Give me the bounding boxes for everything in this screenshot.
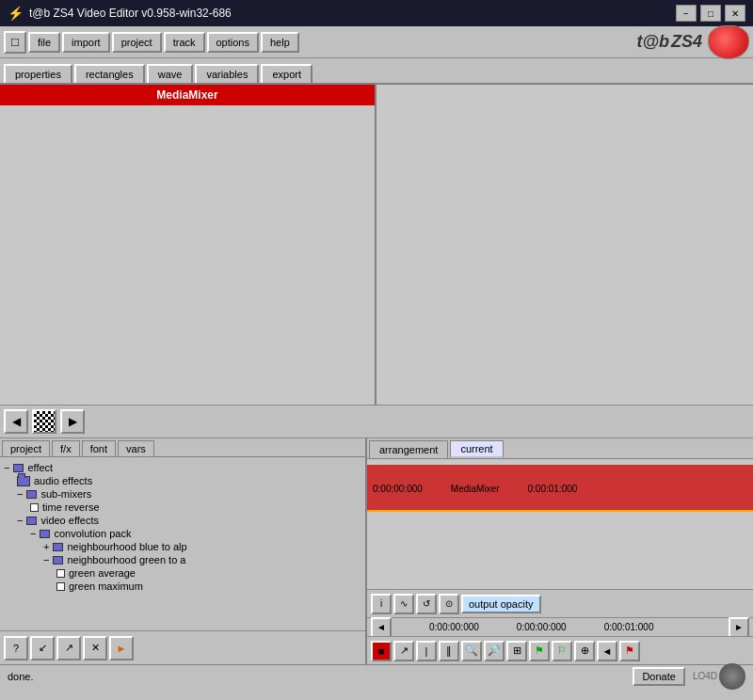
folder-icon: [53, 556, 63, 565]
logo-text: t@b: [636, 32, 669, 52]
status-bar: done. Donate LO4D: [0, 664, 753, 687]
folder-icon: [53, 543, 63, 551]
tree-label: convolution pack: [54, 528, 131, 539]
next-button[interactable]: ▶: [60, 409, 85, 434]
tree-item-audio-effects[interactable]: audio effects: [4, 474, 361, 487]
donate-button[interactable]: Donate: [633, 667, 684, 686]
tree-item-neighbourhood-blue[interactable]: + neighbourhood blue to alp: [4, 540, 361, 553]
media-mixer-bar: MediaMixer: [0, 85, 375, 105]
app-menu-icon: □: [11, 35, 19, 49]
tree-item-effect[interactable]: − effect: [4, 461, 361, 474]
arr-tool-flag-green[interactable]: ⚑: [529, 641, 550, 661]
tree-tab-project[interactable]: project: [2, 440, 50, 456]
info-button[interactable]: i: [371, 594, 392, 614]
menu-icon-button[interactable]: □: [4, 31, 26, 54]
arr-tool-plus[interactable]: ⊕: [574, 641, 595, 661]
logo-strawberry: [708, 25, 749, 59]
ruler-time-1: 0:00:00:000: [429, 622, 479, 632]
maximize-button[interactable]: □: [700, 5, 721, 22]
tree-tab-bar: project f/x font vars: [0, 438, 365, 457]
bottom-section: project f/x font vars − effect audio eff…: [0, 438, 753, 664]
output-opacity-button[interactable]: output opacity: [461, 595, 541, 613]
title-text: t@b ZS4 Video Editor v0.958-win32-686: [29, 7, 232, 20]
folder-icon: [40, 530, 50, 538]
arr-tab-arrangement[interactable]: arrangement: [369, 440, 448, 458]
close-button[interactable]: ✕: [725, 5, 745, 22]
tree-tab-font[interactable]: font: [82, 440, 116, 456]
menu-file[interactable]: file: [28, 32, 60, 53]
tree-item-video-effects[interactable]: − video effects: [4, 514, 361, 527]
arr-tool-back[interactable]: ◄: [597, 641, 617, 661]
menu-project[interactable]: project: [112, 32, 162, 53]
tab-export[interactable]: export: [261, 64, 312, 83]
arr-tool-zoom-in[interactable]: 🔍: [461, 641, 482, 661]
tree-label: effect: [27, 462, 53, 473]
tree-label: neighbourhood blue to alp: [67, 541, 186, 552]
arrangement-toolbar: ■ ↗ | ‖ 🔍 🔎 ⊞ ⚑ ⚐ ⊕ ◄ ⚑: [367, 636, 753, 664]
arrangement-panel: arrangement current 0:00:00:000 MediaMix…: [367, 438, 753, 664]
status-text: done.: [8, 671, 34, 682]
sync-button[interactable]: ⊙: [439, 594, 459, 614]
arr-tool-grid[interactable]: ⊞: [506, 641, 527, 661]
preview-area: [0, 105, 375, 405]
media-end-time: 0:00:01:000: [528, 484, 578, 494]
arr-tool-bar1[interactable]: |: [416, 641, 437, 661]
arr-tool-red[interactable]: ■: [371, 641, 392, 661]
tab-wave[interactable]: wave: [147, 64, 194, 83]
folder-icon: [26, 517, 37, 525]
wave-button[interactable]: ∿: [393, 594, 414, 614]
tree-item-neighbourhood-green[interactable]: − neighbourhood green to a: [4, 553, 361, 566]
play-button[interactable]: ►: [109, 636, 134, 660]
tab-variables[interactable]: variables: [195, 64, 259, 83]
tab-rectangles[interactable]: rectangles: [74, 64, 145, 83]
tab-properties[interactable]: properties: [4, 64, 72, 83]
arr-tool-flag-outline[interactable]: ⚐: [552, 641, 572, 661]
tl-next-button[interactable]: ►: [729, 617, 749, 638]
menu-options[interactable]: options: [207, 32, 259, 53]
tree-item-green-average[interactable]: green average: [4, 566, 361, 580]
tree-item-sub-mixers[interactable]: − sub-mixers: [4, 487, 361, 501]
right-panel: [376, 85, 753, 405]
export-button[interactable]: ↗: [56, 636, 81, 660]
import-button[interactable]: ↙: [30, 636, 55, 660]
tree-content: − effect audio effects − sub-mixers time…: [0, 457, 365, 630]
delete-button[interactable]: ✕: [83, 636, 107, 660]
arr-tool-flag-red[interactable]: ⚑: [619, 641, 640, 661]
media-start-time: 0:00:00:000: [373, 484, 423, 494]
tree-item-time-reverse[interactable]: time reverse: [4, 501, 361, 514]
main-content: MediaMixer: [0, 85, 753, 405]
tree-item-convolution-pack[interactable]: − convolution pack: [4, 527, 361, 540]
tree-item-green-maximum[interactable]: green maximum: [4, 580, 361, 593]
checkered-button[interactable]: [32, 409, 56, 434]
leaf-icon: [30, 503, 39, 512]
bottom-toolbar: ? ↙ ↗ ✕ ►: [0, 630, 365, 664]
folder-icon: [13, 464, 24, 472]
arr-tab-current[interactable]: current: [450, 440, 503, 458]
lo4d-logo: LO4D: [693, 663, 745, 690]
leaf-icon: [56, 569, 65, 578]
loop-button[interactable]: ↺: [416, 594, 437, 614]
timeline-ruler: ◄ 0:00:00:000 0:00:00:000 0:00:01:000 ►: [367, 617, 753, 636]
tree-label: sub-mixers: [40, 488, 91, 500]
tree-label: neighbourhood green to a: [67, 554, 185, 565]
ruler-time-3: 0:00:01:000: [604, 622, 654, 632]
tree-label: green maximum: [69, 581, 143, 592]
folder-icon: [17, 476, 30, 486]
tree-label: green average: [69, 567, 136, 579]
media-block: 0:00:00:000 MediaMixer 0:00:01:000: [367, 465, 753, 512]
prev-button[interactable]: ◀: [4, 409, 28, 434]
tree-label: time reverse: [42, 501, 100, 513]
help-button[interactable]: ?: [4, 636, 28, 660]
tl-prev-button[interactable]: ◄: [371, 617, 392, 638]
tree-tab-fx[interactable]: f/x: [52, 440, 80, 456]
arr-tool-zoom-out[interactable]: 🔎: [484, 641, 505, 661]
tree-tab-vars[interactable]: vars: [118, 440, 154, 456]
menu-import[interactable]: import: [62, 32, 110, 53]
arrangement-content: 0:00:00:000 MediaMixer 0:00:01:000: [367, 459, 753, 589]
menu-track[interactable]: track: [164, 32, 205, 53]
menu-help[interactable]: help: [261, 32, 299, 53]
arr-tool-bar2[interactable]: ‖: [439, 641, 459, 661]
menu-bar: □ file import project track options help…: [0, 26, 753, 58]
minimize-button[interactable]: −: [676, 5, 697, 22]
arr-tool-arrow[interactable]: ↗: [393, 641, 414, 661]
